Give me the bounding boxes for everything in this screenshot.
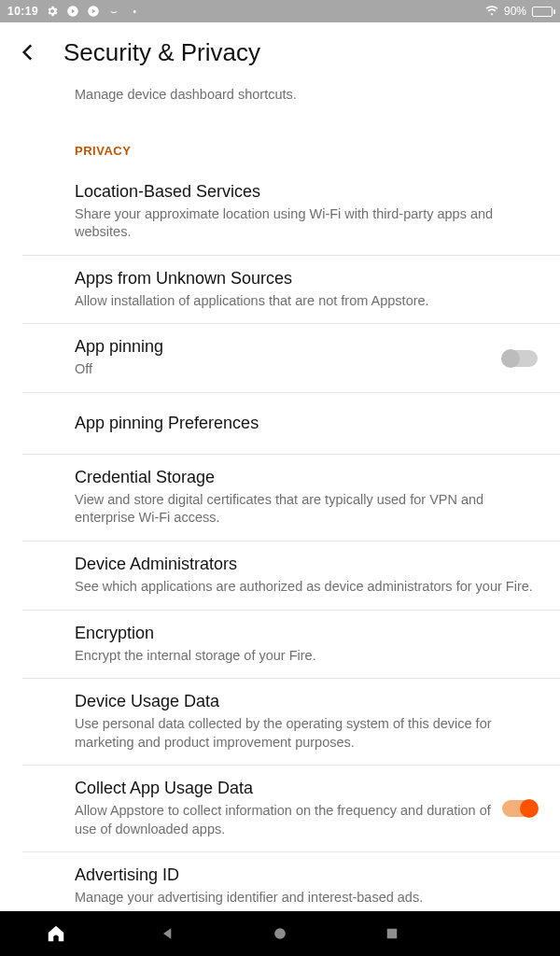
collect-app-usage-toggle[interactable] (502, 800, 538, 817)
system-nav-bar (0, 911, 560, 956)
svg-rect-4 (387, 929, 398, 939)
square-icon (384, 925, 400, 942)
play-circle-icon (87, 5, 100, 18)
row-encryption[interactable]: Encryption Encrypt the internal storage … (22, 610, 560, 679)
row-subtitle: View and store digital certificates that… (75, 491, 541, 527)
row-title: Apps from Unknown Sources (75, 269, 541, 288)
row-title: Device Administrators (75, 555, 541, 574)
circle-icon (271, 924, 289, 943)
dot-icon: • (128, 5, 141, 18)
triangle-back-icon (159, 924, 177, 943)
svg-point-3 (274, 928, 286, 939)
row-subtitle: Manage your advertising identifier and i… (75, 889, 541, 907)
wifi-icon (485, 5, 498, 18)
row-subtitle: Allow installation of applications that … (75, 292, 541, 311)
row-device-admins[interactable]: Device Administrators See which applicat… (22, 541, 560, 610)
svg-point-2 (54, 935, 58, 939)
status-right: 90% (485, 5, 553, 18)
status-bar: 10:19 ⌣ • 90% (0, 0, 560, 22)
row-title: Location-Based Services (75, 182, 541, 202)
row-title: App pinning (75, 337, 491, 357)
gear-icon (46, 5, 59, 18)
status-left: 10:19 ⌣ • (7, 5, 141, 18)
row-title: Encryption (75, 624, 541, 643)
row-subtitle: See which applications are authorized as… (75, 578, 541, 597)
nav-home-button[interactable] (28, 911, 84, 956)
page-title: Security & Privacy (63, 38, 260, 67)
row-device-usage-data[interactable]: Device Usage Data Use personal data coll… (22, 678, 560, 765)
home-icon (46, 923, 66, 944)
battery-percent: 90% (504, 5, 526, 18)
nav-home-circle-button[interactable] (252, 911, 308, 956)
row-app-pinning-prefs[interactable]: App pinning Preferences (22, 392, 560, 454)
chevron-left-icon (16, 40, 40, 64)
row-subtitle: Use personal data collected by the opera… (75, 715, 541, 752)
settings-list[interactable]: Manage device dashboard shortcuts. PRIVA… (0, 82, 560, 911)
row-subtitle: Allow Appstore to collect information on… (75, 802, 491, 838)
row-subtitle: Off (75, 360, 491, 379)
battery-icon (532, 7, 553, 17)
row-title: Device Usage Data (75, 692, 541, 711)
row-title: Advertising ID (75, 865, 541, 885)
row-collect-app-usage[interactable]: Collect App Usage Data Allow Appstore to… (22, 765, 560, 851)
section-privacy-header: PRIVACY (22, 120, 560, 169)
row-title: Credential Storage (75, 468, 541, 487)
app-header: Security & Privacy (0, 22, 560, 82)
status-clock: 10:19 (7, 5, 38, 18)
smile-icon: ⌣ (107, 5, 120, 18)
row-title: Collect App Usage Data (75, 779, 491, 798)
app-pinning-toggle[interactable] (502, 350, 538, 367)
row-dashboard-shortcut-partial[interactable]: Manage device dashboard shortcuts. (0, 86, 560, 120)
back-button[interactable] (9, 34, 47, 71)
row-subtitle: Manage device dashboard shortcuts. (75, 86, 541, 105)
row-location-services[interactable]: Location-Based Services Share your appro… (0, 169, 560, 255)
row-subtitle: Encrypt the internal storage of your Fir… (75, 647, 541, 666)
row-advertising-id[interactable]: Advertising ID Manage your advertising i… (22, 851, 560, 911)
row-app-pinning[interactable]: App pinning Off (22, 323, 560, 392)
row-credential-storage[interactable]: Credential Storage View and store digita… (22, 454, 560, 541)
nav-recent-button[interactable] (364, 911, 420, 956)
nav-back-button[interactable] (140, 911, 196, 956)
row-subtitle: Share your approximate location using Wi… (75, 205, 541, 242)
play-circle-icon (66, 5, 79, 18)
row-unknown-sources[interactable]: Apps from Unknown Sources Allow installa… (22, 255, 560, 324)
row-title: App pinning Preferences (75, 414, 541, 433)
